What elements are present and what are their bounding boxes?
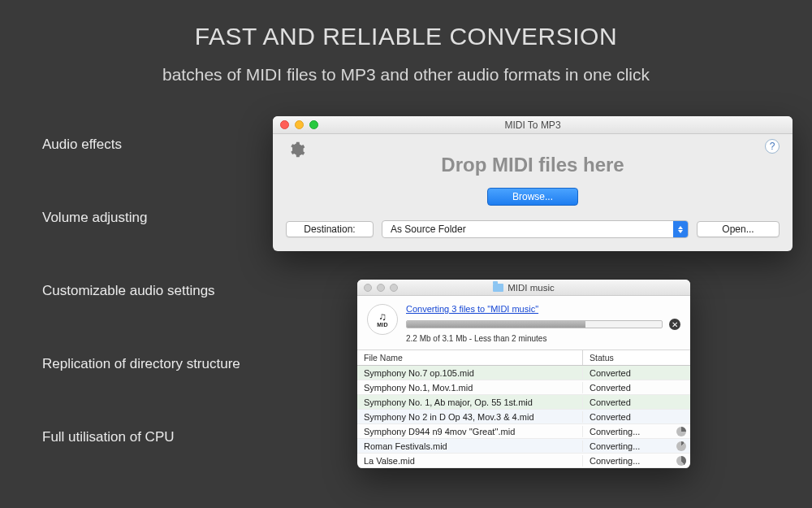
destination-value: As Source Folder bbox=[382, 224, 673, 235]
cell-filename: Symphony No. 1, Ab major, Op. 55 1st.mid bbox=[357, 397, 583, 408]
progress-pie-icon bbox=[676, 456, 686, 466]
table-header: File Name Status bbox=[357, 350, 690, 366]
music-note-icon: ♫ bbox=[378, 311, 387, 322]
cell-status: Converted bbox=[583, 397, 672, 408]
close-icon: ✕ bbox=[672, 320, 678, 329]
conversion-status-link[interactable]: Converting 3 files to "MIDI music" bbox=[406, 304, 538, 314]
table-row[interactable]: Roman Festivals.mid Converting... bbox=[357, 439, 690, 454]
progress-window: MIDI music ♫ MID Converting 3 files to "… bbox=[357, 280, 690, 468]
cell-status: Converting... bbox=[583, 455, 672, 467]
table-row[interactable]: Symphony No 2 in D Op 43, Mov.3 & 4.mid … bbox=[357, 410, 690, 424]
table-row[interactable]: Symphony No.7 op.105.mid Converted bbox=[357, 366, 690, 380]
cell-status: Converting... bbox=[583, 441, 672, 452]
cell-filename: Symphony No.1, Mov.1.mid bbox=[357, 382, 583, 393]
feature-list: Audio effects Volume adjusting Customiza… bbox=[42, 137, 240, 445]
progress-pie-icon bbox=[676, 427, 686, 436]
table-row[interactable]: Symphony D944 n9 4mov ''Great''.mid Conv… bbox=[357, 424, 690, 439]
cell-filename: Symphony D944 n9 4mov ''Great''.mid bbox=[357, 426, 583, 437]
table-row[interactable]: Symphony No.1, Mov.1.mid Converted bbox=[357, 380, 690, 395]
cell-filename: Symphony No.7 op.105.mid bbox=[357, 367, 583, 379]
select-stepper-icon bbox=[673, 221, 688, 237]
window-title: MIDI To MP3 bbox=[273, 119, 793, 131]
progress-bar bbox=[406, 320, 663, 328]
gear-icon bbox=[287, 141, 305, 158]
cell-status: Converted bbox=[583, 382, 672, 393]
drop-zone-label: Drop MIDI files here bbox=[286, 154, 780, 176]
cell-status: Converted bbox=[583, 411, 672, 423]
settings-button[interactable] bbox=[287, 141, 305, 158]
cell-filename: Roman Festivals.mid bbox=[357, 441, 583, 452]
window-title: MIDI music bbox=[508, 283, 555, 293]
column-header-status[interactable]: Status bbox=[583, 350, 690, 365]
progress-pie-icon bbox=[676, 441, 686, 451]
open-button[interactable]: Open... bbox=[697, 221, 780, 237]
promo-subhead: batches of MIDI files to MP3 and other a… bbox=[0, 65, 812, 85]
cell-status: Converted bbox=[583, 367, 672, 379]
cell-filename: La Valse.mid bbox=[357, 455, 583, 467]
column-header-filename[interactable]: File Name bbox=[357, 350, 583, 365]
window-titlebar[interactable]: MIDI To MP3 bbox=[273, 116, 793, 134]
help-button[interactable]: ? bbox=[765, 139, 780, 154]
table-row[interactable]: Symphony No. 1, Ab major, Op. 55 1st.mid… bbox=[357, 395, 690, 410]
folder-icon bbox=[493, 284, 503, 292]
progress-detail: 2.2 Mb of 3.1 Mb - Less than 2 minutes bbox=[406, 334, 680, 343]
feature-item: Volume adjusting bbox=[42, 210, 240, 226]
midi-file-icon: ♫ MID bbox=[367, 304, 398, 335]
table-row[interactable]: La Valse.mid Converting... bbox=[357, 454, 690, 468]
destination-button[interactable]: Destination: bbox=[286, 221, 374, 237]
feature-item: Audio effects bbox=[42, 137, 240, 153]
promo-headline: FAST AND RELIABLE CONVERSION bbox=[0, 0, 812, 50]
feature-item: Customizable audio settings bbox=[42, 283, 240, 299]
cancel-button[interactable]: ✕ bbox=[669, 319, 680, 330]
feature-item: Full utilisation of CPU bbox=[42, 429, 240, 445]
destination-select[interactable]: As Source Folder bbox=[382, 220, 689, 238]
file-table: Symphony No.7 op.105.mid Converted Symph… bbox=[357, 366, 690, 468]
cell-filename: Symphony No 2 in D Op 43, Mov.3 & 4.mid bbox=[357, 411, 583, 423]
window-titlebar[interactable]: MIDI music bbox=[357, 280, 690, 296]
browse-button[interactable]: Browse... bbox=[487, 188, 578, 206]
main-app-window: MIDI To MP3 ? Drop MIDI files here Brows… bbox=[273, 116, 793, 251]
cell-status: Converting... bbox=[583, 426, 672, 437]
feature-item: Replication of directory structure bbox=[42, 356, 240, 372]
